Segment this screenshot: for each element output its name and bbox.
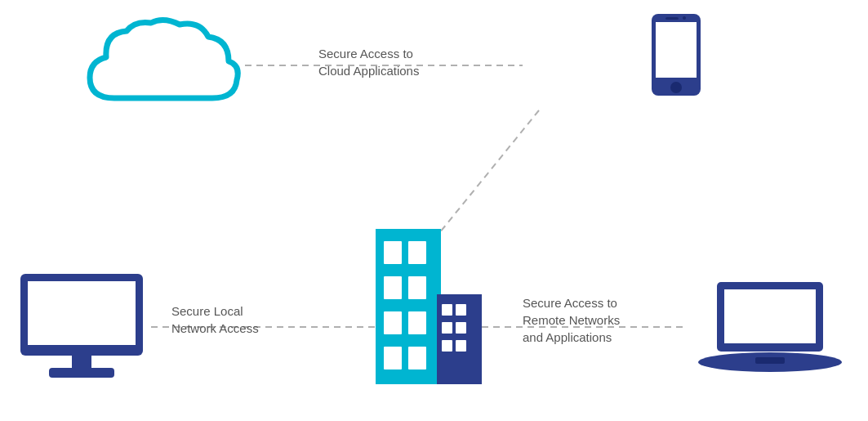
svg-rect-24: [456, 340, 466, 352]
diagram-container: Secure Access toCloud Applications Secur…: [0, 0, 868, 421]
svg-rect-20: [456, 304, 466, 316]
svg-rect-16: [384, 347, 402, 369]
monitor-icon: [16, 270, 147, 384]
cloud-icon: [82, 16, 245, 123]
svg-rect-5: [656, 22, 697, 78]
svg-rect-15: [408, 311, 426, 334]
laptop-icon: [697, 278, 844, 384]
phone-icon: [648, 12, 705, 110]
svg-rect-14: [384, 311, 402, 334]
svg-rect-23: [442, 340, 452, 352]
svg-rect-32: [755, 357, 785, 364]
svg-point-6: [670, 82, 682, 93]
remote-network-label: Secure Access toRemote Networksand Appli…: [523, 294, 620, 346]
svg-point-8: [683, 16, 686, 20]
svg-rect-22: [456, 322, 466, 334]
svg-rect-13: [408, 276, 426, 299]
svg-rect-26: [28, 281, 136, 345]
local-network-label: Secure LocalNetwork Access: [171, 302, 259, 337]
svg-rect-30: [724, 289, 816, 343]
cloud-access-label: Secure Access toCloud Applications: [318, 45, 419, 79]
svg-rect-10: [384, 241, 402, 264]
svg-line-1: [433, 110, 539, 241]
svg-rect-7: [665, 17, 679, 20]
svg-rect-12: [384, 276, 402, 299]
svg-rect-11: [408, 241, 426, 264]
svg-rect-17: [408, 347, 426, 369]
building-icon: [376, 229, 482, 384]
svg-rect-19: [442, 304, 452, 316]
svg-rect-21: [442, 322, 452, 334]
svg-rect-28: [49, 368, 114, 378]
